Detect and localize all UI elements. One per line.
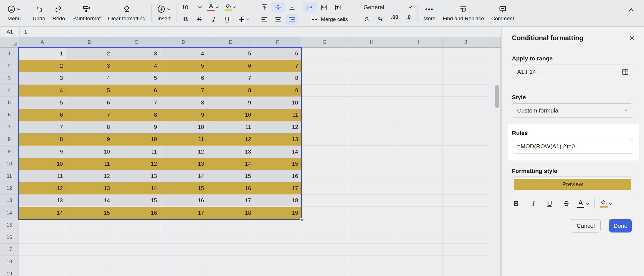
column-header-H[interactable]: H (348, 37, 396, 48)
cell-A8[interactable]: 8 (19, 133, 66, 145)
cancel-button[interactable]: Cancel (571, 219, 601, 232)
cell-J11[interactable] (442, 170, 490, 182)
cell-H4[interactable] (348, 85, 396, 97)
cell-F6[interactable]: 11 (254, 109, 301, 121)
cell-E8[interactable]: 12 (207, 133, 254, 145)
row-header-5[interactable]: 5 (0, 97, 19, 109)
column-header-D[interactable]: D (160, 37, 207, 48)
font-size-select[interactable]: 10 (179, 2, 205, 12)
row-header-6[interactable]: 6 (0, 109, 19, 121)
cell-E9[interactable]: 13 (207, 146, 254, 158)
row-header-14[interactable]: 14 (0, 207, 19, 219)
cell-F16[interactable] (254, 231, 301, 244)
cell-E13[interactable]: 17 (207, 195, 254, 207)
cell-J10[interactable] (442, 158, 490, 170)
cell-A4[interactable]: 4 (19, 85, 66, 97)
cell-J7[interactable] (442, 121, 490, 133)
column-header-A[interactable]: A (19, 37, 66, 48)
cell-G14[interactable] (301, 207, 348, 219)
cell-J15[interactable] (442, 219, 490, 231)
column-header-F[interactable]: F (254, 37, 301, 48)
vertical-align-top-button[interactable] (258, 2, 271, 12)
text-clip-button[interactable] (317, 2, 331, 12)
row-header-15[interactable]: 15 (0, 219, 19, 231)
cell-E7[interactable]: 11 (207, 121, 254, 133)
increase-decimal-button[interactable]: .00 → (388, 14, 401, 25)
cell-E1[interactable]: 5 (207, 48, 254, 60)
cell-E17[interactable] (207, 244, 254, 256)
row-header-18[interactable]: 18 (0, 256, 19, 268)
cell-I14[interactable] (395, 207, 442, 219)
cell-A6[interactable]: 6 (19, 109, 66, 121)
cell-E19[interactable] (207, 268, 254, 276)
cell-G9[interactable] (301, 146, 348, 158)
cell-G16[interactable] (301, 231, 348, 244)
cell-D18[interactable] (160, 256, 207, 268)
cell-E11[interactable]: 15 (207, 170, 254, 182)
cell-A11[interactable]: 11 (19, 170, 66, 182)
cell-C17[interactable] (113, 244, 160, 256)
cell-C16[interactable] (113, 231, 160, 244)
cell-I19[interactable] (395, 268, 442, 276)
cell-B11[interactable]: 12 (66, 170, 113, 182)
cell-J2[interactable] (442, 60, 490, 72)
cell-E18[interactable] (207, 256, 254, 268)
cell-J18[interactable] (442, 256, 490, 268)
cell-D17[interactable] (160, 244, 207, 256)
fill-color-button[interactable] (222, 2, 239, 12)
row-header-8[interactable]: 8 (0, 133, 19, 145)
cell-J3[interactable] (442, 72, 490, 84)
cell-H5[interactable] (348, 97, 396, 109)
cell-F14[interactable]: 19 (254, 207, 301, 219)
decrease-decimal-button[interactable]: .0 ← (402, 14, 415, 25)
redo-button[interactable]: Redo (49, 2, 69, 25)
align-center-button[interactable] (271, 14, 285, 25)
row-header-10[interactable]: 10 (0, 158, 19, 170)
cell-G4[interactable] (301, 85, 348, 97)
column-header-J[interactable]: J (442, 37, 490, 48)
cell-D15[interactable] (160, 219, 207, 231)
cell-D1[interactable]: 4 (160, 48, 207, 60)
insert-button[interactable]: Insert (154, 2, 174, 25)
cell-A12[interactable]: 12 (19, 182, 66, 195)
cell-C9[interactable]: 11 (113, 146, 160, 158)
cell-I12[interactable] (395, 182, 442, 195)
row-header-12[interactable]: 12 (0, 182, 19, 195)
cell-C19[interactable] (113, 268, 160, 276)
style-dropdown[interactable]: Custom formula (512, 103, 633, 118)
done-button[interactable]: Done (609, 219, 632, 232)
cell-F5[interactable]: 10 (254, 97, 301, 109)
cell-B15[interactable] (66, 219, 113, 231)
text-overflow-button[interactable] (303, 2, 317, 12)
cell-D3[interactable]: 6 (160, 72, 207, 84)
cell-H14[interactable] (348, 207, 396, 219)
cell-E4[interactable]: 8 (207, 85, 254, 97)
cell-F10[interactable]: 15 (254, 158, 301, 170)
cell-J4[interactable] (442, 85, 490, 97)
cell-F15[interactable] (254, 219, 301, 231)
cell-H12[interactable] (348, 182, 396, 195)
cell-C11[interactable]: 13 (113, 170, 160, 182)
cell-D5[interactable]: 8 (160, 97, 207, 109)
cell-C8[interactable]: 10 (113, 133, 160, 145)
cell-C12[interactable]: 14 (113, 182, 160, 195)
cell-G15[interactable] (301, 219, 348, 231)
cell-B12[interactable]: 13 (66, 182, 113, 195)
cell-F7[interactable]: 12 (254, 121, 301, 133)
row-header-9[interactable]: 9 (0, 146, 19, 158)
panel-italic-button[interactable]: I (525, 197, 540, 210)
cell-A19[interactable] (19, 268, 66, 276)
row-header-19[interactable]: 19 (0, 268, 19, 276)
cell-A1[interactable]: 1 (19, 48, 66, 60)
cell-D6[interactable]: 9 (160, 109, 207, 121)
cell-F3[interactable]: 8 (254, 72, 301, 84)
cell-E12[interactable]: 16 (207, 182, 254, 195)
cell-D14[interactable]: 17 (160, 207, 207, 219)
column-header-C[interactable]: C (113, 37, 160, 48)
panel-bold-button[interactable]: B (509, 197, 524, 210)
cell-E6[interactable]: 10 (207, 109, 254, 121)
cell-B19[interactable] (66, 268, 113, 276)
merge-cells-button[interactable]: Merge cells (303, 14, 356, 25)
cell-G5[interactable] (301, 97, 348, 109)
cell-H13[interactable] (348, 195, 396, 207)
